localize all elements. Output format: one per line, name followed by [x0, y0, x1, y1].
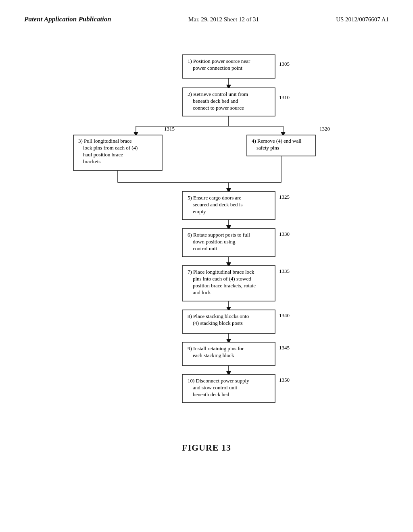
label-1315: 1315: [164, 126, 175, 132]
label-1320: 1320: [319, 126, 330, 132]
flowchart-svg: 1305 1) Position power source near power…: [65, 39, 348, 434]
step8-num: 8) Place stacking blocks onto: [188, 313, 249, 319]
label-1345: 1345: [279, 345, 290, 351]
step3-text2: lock pins from each of (4): [83, 145, 138, 151]
step3-text4: brackets: [83, 158, 100, 164]
label-1305: 1305: [279, 61, 290, 67]
step3-num: 3) Pull longitudinal brace: [78, 138, 132, 144]
step2-num: 2) Retrieve control unit from: [188, 91, 248, 97]
diagram-area: 1305 1) Position power source near power…: [0, 27, 413, 438]
header: Patent Application Publication Mar. 29, …: [0, 0, 413, 27]
page: Patent Application Publication Mar. 29, …: [0, 0, 413, 532]
step2-text2: beneath deck bed and: [193, 98, 238, 104]
label-1330: 1330: [279, 231, 290, 237]
header-title: Patent Application Publication: [24, 15, 111, 23]
step7-text3: position brace brackets, rotate: [193, 283, 256, 289]
step5-num: 5) Ensure cargo doors are: [188, 195, 242, 201]
step7-text2: pins into each of (4) stowed: [193, 276, 251, 282]
header-date-sheet: Mar. 29, 2012 Sheet 12 of 31: [188, 15, 259, 23]
step10-num: 10) Disconnect power supply: [188, 378, 249, 384]
step10-text3: beneath deck bed: [193, 391, 229, 397]
step1-text2: power connection point: [193, 65, 242, 71]
step7-num: 7) Place longitudinal brace lock: [188, 269, 254, 275]
step8-text2: (4) stacking block posts: [193, 320, 243, 326]
step9-num: 9) Install retaining pins for: [188, 345, 244, 351]
step2-text3: connect to power source: [193, 105, 244, 111]
label-1340: 1340: [279, 312, 290, 318]
step6-num: 6) Rotate support posts to full: [188, 232, 250, 238]
label-1310: 1310: [279, 94, 290, 100]
label-1350: 1350: [279, 377, 290, 383]
step6-text3: control unit: [193, 245, 217, 251]
step3-text3: haul position brace: [83, 152, 123, 158]
step4-num: 4) Remove (4) end wall: [252, 138, 302, 144]
step5-text3: empty: [193, 208, 206, 214]
figure-caption: FIGURE 13: [0, 443, 413, 465]
step1-num: 1) Position power source near: [188, 58, 250, 64]
header-patent: US 2012/0076607 A1: [336, 15, 389, 23]
step7-text4: and lock: [193, 289, 211, 295]
step10-text2: and stow control unit: [193, 384, 238, 391]
step5-text2: secured and deck bed is: [193, 202, 242, 208]
step4-text2: safety pins: [257, 145, 279, 151]
step6-text2: down position using: [193, 239, 236, 245]
label-1325: 1325: [279, 194, 290, 200]
label-1335: 1335: [279, 268, 290, 274]
step9-text2: each stacking block: [193, 352, 234, 358]
